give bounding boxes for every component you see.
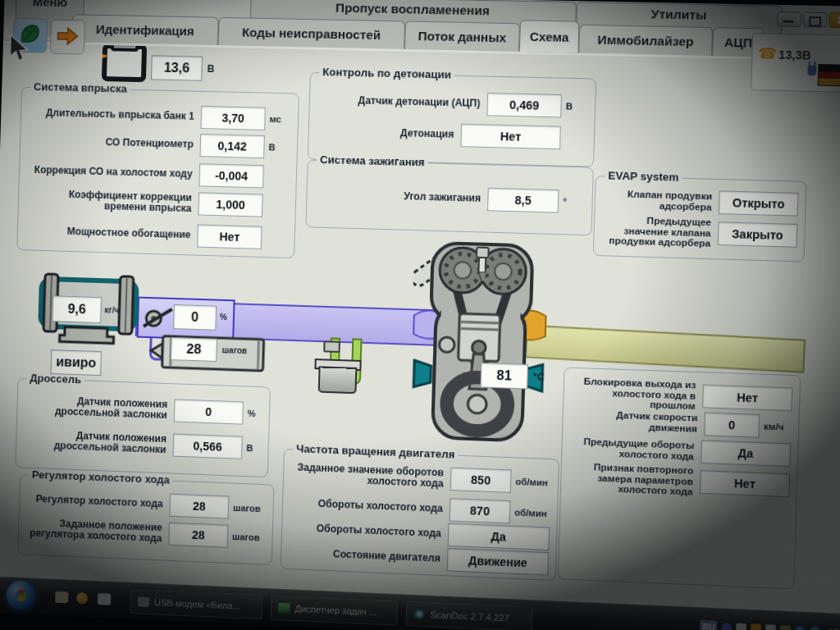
tab-label: Коды неисправностей	[242, 25, 381, 42]
scandoc-icon	[413, 609, 426, 619]
german-flag-icon[interactable]	[818, 64, 840, 87]
param-unit: В	[246, 443, 262, 454]
battery-voltage: 13,6	[164, 61, 190, 76]
param-unit: шагов	[232, 532, 266, 543]
tab-label: Утилиты	[651, 7, 707, 22]
param-value-box: Нет	[197, 224, 262, 249]
tab-label: АЦП	[724, 35, 753, 50]
tab-label: Иммобилайзер	[597, 32, 694, 48]
language-indicator[interactable]: RU	[700, 620, 717, 630]
param-row: Предыдущее значение клапана продувки адс…	[600, 215, 797, 251]
stepper-value: 28	[186, 342, 201, 358]
param-label: Обороты холостого хода	[289, 523, 441, 540]
param-label: Предыдущие обороты холостого хода	[568, 436, 694, 462]
param-unit: шагов	[233, 503, 267, 514]
param-value-box: Нет	[702, 385, 792, 412]
group-iac: Регулятор холостого хода Регулятор холос…	[17, 474, 274, 565]
param-value-box: 870	[450, 498, 511, 523]
tray-icon[interactable]	[795, 626, 806, 630]
monitor-screen: Меню Пропуск воспламенения Утилиты Идент…	[0, 0, 840, 630]
param-value-box: 8,5	[487, 188, 559, 213]
param-value-box: 850	[450, 468, 512, 493]
param-value-box: Закрыто	[718, 221, 798, 248]
quick-launch-icon[interactable]	[55, 591, 68, 604]
phone-icon: ☎	[758, 44, 778, 63]
param-value-box: 0	[174, 399, 244, 424]
param-label: Датчик детонации (АЦП)	[317, 94, 481, 109]
taskbar-button-usb-modem[interactable]: USB-модем «Била...	[130, 589, 263, 619]
minimize-button[interactable]	[777, 11, 801, 27]
param-label: Состояние двигателя	[288, 547, 441, 564]
mouse-cursor	[7, 34, 31, 64]
param-unit	[266, 238, 287, 239]
tab-label: Идентификация	[96, 22, 194, 39]
exhaust-duct	[525, 325, 806, 373]
group-evap: EVAP system Клапан продувки адсорбера От…	[593, 176, 807, 262]
taskbar-button-label: USB-модем «Била...	[154, 597, 240, 611]
restore-button[interactable]	[803, 12, 828, 28]
group-ignition: Система зажигания Угол зажигания 8,5 °	[305, 160, 594, 236]
tab-identification[interactable]: Идентификация	[71, 14, 218, 45]
stepper-unit: шагов	[221, 345, 247, 355]
tab-scheme[interactable]: Схема	[519, 20, 580, 52]
param-label: Угол зажигания	[313, 189, 481, 204]
param-label: Детонация	[316, 126, 454, 141]
tab-dtc[interactable]: Коды неисправностей	[218, 17, 405, 49]
param-unit: км/ч	[764, 421, 792, 432]
tray-icon[interactable]	[722, 623, 733, 630]
param-row: Клапан продувки адсорбера Открыто	[602, 186, 799, 217]
tray-icon[interactable]	[810, 627, 820, 630]
param-label: Датчик положения дроссельной заслонки	[23, 428, 167, 455]
purge-valve-icon	[323, 340, 340, 353]
engine-icon	[409, 235, 550, 451]
tray-icon[interactable]	[780, 625, 791, 630]
group-knock: Контроль по детонации Датчик детонации (…	[308, 72, 596, 167]
param-label: Регулятор холостого хода	[26, 494, 163, 510]
tab-datastream[interactable]: Поток данных	[404, 21, 520, 51]
param-label: Мощностное обогащение	[25, 226, 191, 241]
param-row: Датчик детонации (АЦП) 0,469 В	[317, 88, 589, 119]
param-unit: %	[248, 409, 263, 419]
status-panel: ☎ 13,3В	[751, 33, 840, 93]
quick-launch-icon[interactable]	[76, 592, 88, 605]
group-rpm: Частота вращения двигателя Заданное знач…	[281, 449, 559, 581]
tab-immobilizer[interactable]: Иммобилайзер	[578, 25, 713, 56]
tray-icon[interactable]	[751, 623, 761, 630]
battery-voltage-box: 13,6	[151, 55, 203, 80]
canister-icon	[318, 366, 358, 394]
param-label: Датчик положения дроссельной заслонки	[24, 394, 167, 421]
param-row: Мощностное обогащение Нет	[24, 218, 288, 250]
airflow-caption-box: ивиро	[50, 349, 102, 376]
group-throttle: Дроссель Датчик положения дроссельной за…	[15, 378, 271, 478]
param-value-box: Открыто	[719, 190, 799, 216]
tray-icon[interactable]	[765, 624, 776, 630]
param-value-box: Нет	[700, 470, 790, 497]
param-row: СО Потенциометр 0,142 В	[27, 129, 291, 160]
plug-icon	[807, 66, 816, 76]
throttle-value: 0	[191, 310, 199, 325]
tray-clock[interactable]: 17:44	[828, 628, 840, 630]
group-title: Контроль по детонации	[319, 66, 454, 81]
group-title: EVAP system	[605, 169, 682, 184]
group-idle-status: Блокировка выхода из холостого хода в пр…	[558, 367, 801, 589]
param-label: Обороты холостого хода	[290, 498, 443, 515]
taskbar-button-scandoc[interactable]: ScanDoc 2.7.4.227	[405, 601, 532, 630]
group-title: Система впрыска	[30, 80, 130, 95]
start-button[interactable]	[6, 580, 36, 610]
param-unit	[565, 138, 587, 139]
param-unit: В	[566, 101, 588, 112]
group-injection: Система впрыска Длительность впрыска бан…	[16, 87, 299, 258]
quick-launch-icon[interactable]	[98, 593, 111, 605]
param-value-box: Да	[448, 523, 550, 551]
param-unit: В	[268, 142, 290, 153]
param-row: Датчик положения дроссельной заслонки 0 …	[24, 390, 262, 429]
param-value-box: 0	[704, 413, 760, 438]
taskbar-button-task-manager[interactable]: Диспетчер задач ...	[271, 595, 399, 625]
forward-button[interactable]	[50, 20, 85, 55]
throttle-valve-icon	[142, 305, 176, 331]
taskbar-button-label: Диспетчер задач ...	[294, 604, 377, 618]
taskbar-button-label: ScanDoc 2.7.4.227	[430, 609, 509, 623]
adapter-voltage: 13,3В	[778, 48, 811, 62]
close-button[interactable]	[829, 12, 840, 28]
tray-icon[interactable]	[737, 623, 747, 630]
